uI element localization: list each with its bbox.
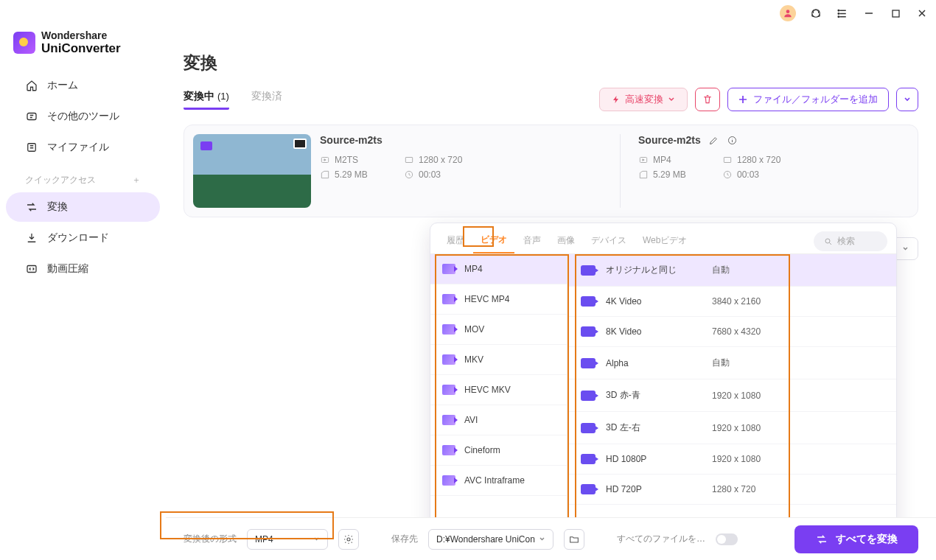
video-thumbnail[interactable] [193, 134, 311, 208]
duration-icon [404, 169, 414, 180]
format-icon [442, 354, 455, 365]
output-format-label: 変換後の形式 [184, 533, 237, 545]
open-folder-button[interactable] [564, 529, 584, 550]
preset-item[interactable]: 3D 赤-青1920 x 1080 [567, 379, 896, 412]
brand-line1: Wondershare [41, 29, 121, 41]
video-icon [581, 326, 596, 337]
resolution-icon [404, 155, 414, 165]
preset-item[interactable]: HD 720P1280 x 720 [567, 475, 896, 505]
preset-item[interactable]: Alpha自動 [567, 347, 896, 379]
chevron-down-icon [313, 536, 320, 542]
brand-line2: UniConverter [41, 41, 121, 56]
page-title: 変換 [184, 52, 918, 74]
preset-item[interactable]: HD 1080P1920 x 1080 [567, 444, 896, 475]
sidebar-item-label: その他のツール [47, 110, 119, 123]
format-item[interactable]: HEVC MP4 [430, 284, 567, 315]
folder-icon [568, 533, 580, 545]
trash-icon [702, 94, 713, 105]
sidebar-item-download[interactable]: ダウンロード [6, 223, 160, 253]
format-item[interactable]: MKV [430, 345, 567, 375]
format-icon [442, 415, 455, 425]
preset-item[interactable]: 3D 左-右1920 x 1080 [567, 412, 896, 444]
all-files-label: すべてのファイルを… [617, 533, 705, 545]
format-popup: 履歴ビデオ音声画像デバイスWebビデオ検索 MP4HEVC MP4MOVMKVH… [430, 223, 897, 541]
download-icon [25, 231, 38, 245]
video-icon [581, 358, 596, 368]
sidebar-item-compress[interactable]: 動画圧縮 [6, 254, 160, 284]
svg-point-3 [838, 13, 839, 13]
format-item[interactable]: Cineform [430, 435, 567, 466]
chevron-down-icon [904, 96, 911, 103]
support-icon[interactable] [809, 7, 823, 20]
tab-converted[interactable]: 変換済 [251, 90, 282, 110]
video-icon [581, 454, 596, 464]
duration-icon [722, 169, 733, 180]
sidebar-item-myfiles[interactable]: マイファイル [6, 133, 160, 162]
popup-tab-2[interactable]: 音声 [516, 230, 548, 253]
files-icon [25, 141, 38, 154]
quick-access-header: クイックアクセス ＋ [6, 164, 160, 191]
sidebar-item-label: 変換 [47, 200, 68, 214]
svg-point-4 [838, 16, 839, 17]
format-item[interactable]: AVC Intraframe [430, 466, 567, 496]
popup-tab-3[interactable]: 画像 [550, 230, 582, 253]
format-item[interactable]: MOV [430, 315, 567, 345]
clapper-icon [293, 139, 307, 149]
menu-icon[interactable] [836, 7, 849, 20]
sidebar-item-tools[interactable]: その他のツール [6, 102, 160, 131]
tab-converting[interactable]: 変換中 (1) [184, 90, 229, 110]
add-quick-icon[interactable]: ＋ [132, 174, 141, 186]
format-item[interactable]: HEVC MKV [430, 375, 567, 405]
popup-tab-4[interactable]: デバイス [584, 230, 634, 253]
format-item[interactable]: MP4 [430, 254, 567, 284]
preset-item[interactable]: 8K Video7680 x 4320 [567, 317, 896, 347]
brand: Wondershare UniConverter [0, 29, 166, 69]
sidebar-item-convert[interactable]: 変換 [6, 192, 160, 222]
resolution-icon [722, 155, 733, 165]
format-icon [442, 475, 455, 486]
delete-button[interactable] [695, 88, 720, 111]
svg-rect-11 [405, 158, 412, 163]
convert-all-button[interactable]: すべてを変換 [794, 525, 918, 553]
edit-icon[interactable] [708, 135, 719, 146]
svg-rect-6 [893, 10, 899, 17]
popup-search[interactable]: 検索 [814, 231, 887, 251]
preset-item[interactable]: 4K Video3840 x 2160 [567, 287, 896, 317]
chevron-down-icon [668, 96, 675, 103]
format-item[interactable]: AVI [430, 405, 567, 435]
convert-icon [815, 533, 828, 546]
add-file-dropdown[interactable] [896, 88, 918, 111]
sidebar: Wondershare UniConverter ホーム その他のツール マイフ… [0, 27, 166, 560]
info-icon[interactable] [727, 135, 738, 146]
svg-rect-9 [27, 266, 36, 273]
close-icon[interactable] [915, 7, 929, 20]
format-icon [442, 294, 455, 304]
popup-tab-5[interactable]: Webビデオ [635, 230, 694, 253]
preset-item[interactable]: オリジナルと同じ自動 [567, 254, 896, 287]
dest-path-select[interactable]: D:¥Wondershare UniCon [428, 529, 553, 550]
format-icon [638, 155, 649, 165]
home-icon [25, 79, 38, 92]
video-icon [581, 484, 596, 494]
output-settings-button[interactable] [338, 529, 359, 550]
svg-point-17 [825, 239, 830, 243]
svg-rect-8 [28, 144, 36, 152]
app-logo-icon [13, 32, 35, 54]
chevron-down-icon [539, 536, 545, 542]
sidebar-item-label: マイファイル [47, 141, 109, 154]
minimize-icon[interactable] [862, 7, 876, 20]
account-avatar[interactable] [780, 5, 796, 21]
video-icon [581, 296, 596, 307]
svg-rect-15 [724, 158, 730, 163]
svg-point-18 [347, 538, 350, 541]
sidebar-item-home[interactable]: ホーム [6, 71, 160, 100]
merge-toggle[interactable] [716, 533, 738, 545]
add-file-button[interactable]: ファイル／フォルダーを追加 [727, 88, 889, 111]
compress-icon [25, 262, 38, 276]
popup-tab-0[interactable]: 履歴 [439, 230, 472, 253]
output-format-select[interactable]: MP4 [247, 529, 328, 550]
target-filename: Source-m2ts [638, 134, 701, 146]
maximize-icon[interactable] [889, 7, 902, 20]
fast-convert-button[interactable]: 高速変換 [599, 88, 688, 111]
popup-tab-1[interactable]: ビデオ [473, 229, 514, 253]
